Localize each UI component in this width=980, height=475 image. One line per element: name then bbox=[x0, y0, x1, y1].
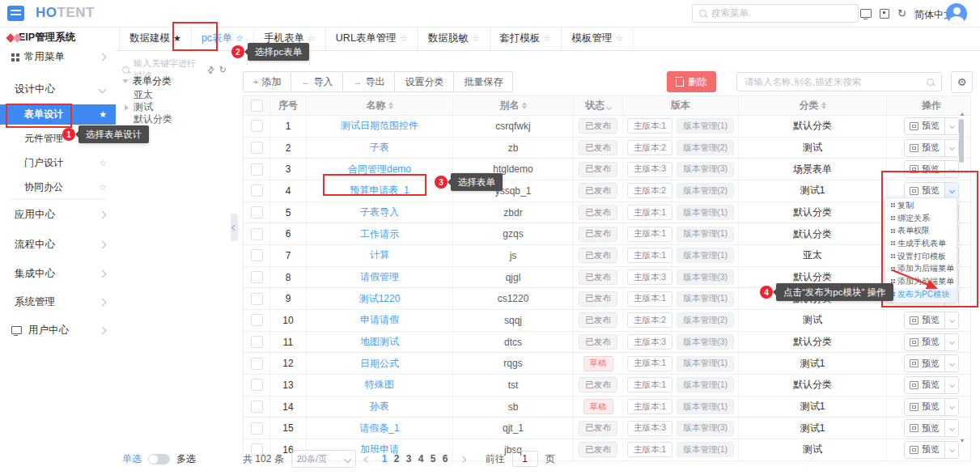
preview-button-main[interactable]: 预览 bbox=[905, 314, 944, 326]
checkbox[interactable] bbox=[251, 314, 263, 326]
preview-button-main[interactable]: 预览 bbox=[905, 120, 944, 132]
sidebar-item-用户中心[interactable]: 用户中心 bbox=[0, 320, 116, 341]
refresh-icon[interactable]: ↻ bbox=[219, 65, 227, 75]
version-mgmt-badge[interactable]: 版本管理(2) bbox=[677, 312, 734, 328]
sidebar-item-应用中心[interactable]: 应用中心 bbox=[0, 204, 116, 225]
preview-button[interactable]: 预览 bbox=[904, 419, 959, 437]
checkbox[interactable] bbox=[251, 142, 263, 154]
main-version-badge[interactable]: 主版本:2 bbox=[627, 312, 672, 328]
action-dropdown-toggle[interactable] bbox=[944, 118, 958, 134]
tab-数据建模[interactable]: 数据建模★ bbox=[119, 27, 192, 50]
column-header-别名[interactable]: 别名 bbox=[453, 96, 574, 115]
sidebar-item-系统管理[interactable]: 系统管理 bbox=[0, 291, 116, 312]
column-header-名称[interactable]: 名称 bbox=[307, 96, 453, 115]
page-number-3[interactable]: 3 bbox=[403, 453, 415, 464]
sidebar-item-设计中心[interactable]: 设计中心 bbox=[0, 78, 116, 100]
star-icon[interactable]: ★ bbox=[99, 109, 107, 120]
dropdown-item-发布为PC模块[interactable]: 发布为PC模块 bbox=[885, 288, 957, 301]
tab-URL表单管理[interactable]: URL表单管理☆ bbox=[326, 27, 418, 50]
preview-button-main[interactable]: 预览 bbox=[905, 142, 944, 154]
star-icon[interactable]: ☆ bbox=[99, 182, 107, 193]
form-name-link[interactable]: 特殊图 bbox=[365, 378, 394, 392]
page-number-5[interactable]: 5 bbox=[427, 453, 439, 464]
refresh-icon[interactable]: ↻ bbox=[897, 8, 906, 19]
tree-node-测试[interactable]: 测试 bbox=[116, 101, 231, 113]
sort-icon[interactable] bbox=[388, 102, 393, 109]
dropdown-item-复制[interactable]: 复制 bbox=[885, 199, 957, 212]
sidebar-item-门户设计[interactable]: 门户设计☆ bbox=[0, 153, 116, 173]
scrollbar-up-arrow[interactable]: ▲ bbox=[957, 111, 967, 117]
form-name-link[interactable]: 日期公式 bbox=[360, 357, 399, 371]
preview-button-main[interactable]: 预览 bbox=[905, 336, 944, 348]
action-dropdown-toggle[interactable] bbox=[944, 183, 958, 199]
preview-button[interactable]: 预览 bbox=[904, 312, 959, 329]
page-number-4[interactable]: 4 bbox=[415, 453, 427, 464]
checkbox[interactable] bbox=[251, 100, 263, 112]
form-name-link[interactable]: 地图测试 bbox=[360, 335, 399, 349]
main-version-badge[interactable]: 主版本:1 bbox=[627, 227, 672, 242]
action-dropdown-toggle[interactable] bbox=[944, 312, 958, 329]
main-version-badge[interactable]: 主版本:2 bbox=[627, 183, 672, 198]
sidebar-item-表单设计[interactable]: 表单设计★ bbox=[0, 104, 116, 125]
monitor-icon[interactable] bbox=[860, 9, 872, 18]
menu-toggle-icon[interactable] bbox=[7, 6, 24, 21]
checkbox[interactable] bbox=[251, 228, 263, 240]
version-mgmt-badge[interactable]: 版本管理(1) bbox=[677, 442, 734, 457]
page-number-6[interactable]: 6 bbox=[439, 453, 452, 464]
checkbox[interactable] bbox=[251, 379, 263, 391]
preview-button-main[interactable]: 预览 bbox=[905, 163, 944, 176]
tree-node-亚太[interactable]: 亚太 bbox=[116, 89, 231, 101]
action-dropdown-toggle[interactable] bbox=[944, 420, 958, 436]
scrollbar-down-arrow[interactable]: ▼ bbox=[957, 438, 967, 444]
version-mgmt-badge[interactable]: 版本管理(1) bbox=[677, 205, 734, 220]
version-mgmt-badge[interactable]: 版本管理(3) bbox=[677, 421, 734, 436]
version-mgmt-badge[interactable]: 版本管理(1) bbox=[677, 377, 734, 392]
preview-button[interactable]: 预览 bbox=[904, 354, 959, 372]
sidebar-item-集成中心[interactable]: 集成中心 bbox=[0, 263, 116, 284]
preview-button-main[interactable]: 预览 bbox=[905, 443, 944, 456]
dropdown-item-添加为后端菜单[interactable]: 添加为后端菜单 bbox=[885, 262, 957, 275]
action-dropdown-toggle[interactable] bbox=[944, 355, 958, 371]
star-icon[interactable]: ★ bbox=[173, 33, 181, 44]
tab-套打模板[interactable]: 套打模板☆ bbox=[490, 27, 562, 50]
tab-数据脱敏[interactable]: 数据脱敏☆ bbox=[418, 27, 490, 50]
preview-button[interactable]: 预览 bbox=[904, 117, 959, 135]
action-dropdown-toggle[interactable] bbox=[944, 140, 958, 156]
preview-button-main[interactable]: 预览 bbox=[905, 401, 944, 413]
version-mgmt-badge[interactable]: 版本管理(1) bbox=[677, 248, 734, 263]
tree-node-默认分类[interactable]: 默认分类 bbox=[116, 113, 231, 125]
main-version-badge[interactable]: 主版本:1 bbox=[627, 291, 672, 307]
table-search-input[interactable]: 请输入名称,别名,描述来搜索 bbox=[736, 72, 942, 91]
select-mode-switch[interactable] bbox=[148, 454, 170, 464]
version-mgmt-badge[interactable]: 版本管理(3) bbox=[677, 269, 734, 285]
version-mgmt-badge[interactable]: 版本管理(1) bbox=[677, 356, 734, 371]
checkbox[interactable] bbox=[251, 206, 263, 218]
dropdown-item-绑定关系[interactable]: 绑定关系 bbox=[885, 212, 957, 225]
checkbox[interactable] bbox=[251, 401, 263, 413]
preview-button[interactable]: 预览 bbox=[904, 376, 959, 394]
dropdown-item-设置打印模板[interactable]: 设置打印模板 bbox=[885, 250, 957, 263]
sidebar-item-协同办公[interactable]: 协同办公☆ bbox=[0, 177, 116, 197]
preview-button[interactable]: 预览 bbox=[904, 139, 959, 157]
dropdown-item-表单权限[interactable]: 表单权限 bbox=[885, 224, 957, 237]
action-dropdown-toggle[interactable] bbox=[944, 399, 958, 415]
tree-node-root[interactable]: 表单分类 bbox=[116, 75, 231, 87]
page-size-select[interactable]: 20条/页 bbox=[291, 450, 356, 468]
form-name-link[interactable]: 子表 bbox=[370, 141, 389, 155]
version-mgmt-badge[interactable]: 版本管理(1) bbox=[677, 399, 734, 414]
toolbar-button-导入[interactable]: ←导入 bbox=[291, 71, 343, 92]
filter-chevron-icon[interactable] bbox=[607, 100, 611, 112]
main-version-badge[interactable]: 主版本:1 bbox=[627, 248, 672, 263]
form-name-link[interactable]: 请假管理 bbox=[360, 270, 399, 284]
version-mgmt-badge[interactable]: 版本管理(3) bbox=[677, 334, 734, 350]
checkbox[interactable] bbox=[251, 120, 263, 132]
action-dropdown-toggle[interactable] bbox=[944, 334, 958, 350]
single-select-label[interactable]: 单选 bbox=[122, 452, 142, 466]
checkbox[interactable] bbox=[251, 184, 263, 197]
main-version-badge[interactable]: 主版本:1 bbox=[627, 356, 672, 371]
column-settings-button[interactable]: ⚙ bbox=[951, 71, 973, 93]
checkbox[interactable] bbox=[251, 336, 263, 348]
action-dropdown-toggle[interactable] bbox=[944, 377, 958, 393]
checkbox[interactable] bbox=[251, 163, 263, 176]
sort-icon[interactable] bbox=[821, 102, 826, 109]
